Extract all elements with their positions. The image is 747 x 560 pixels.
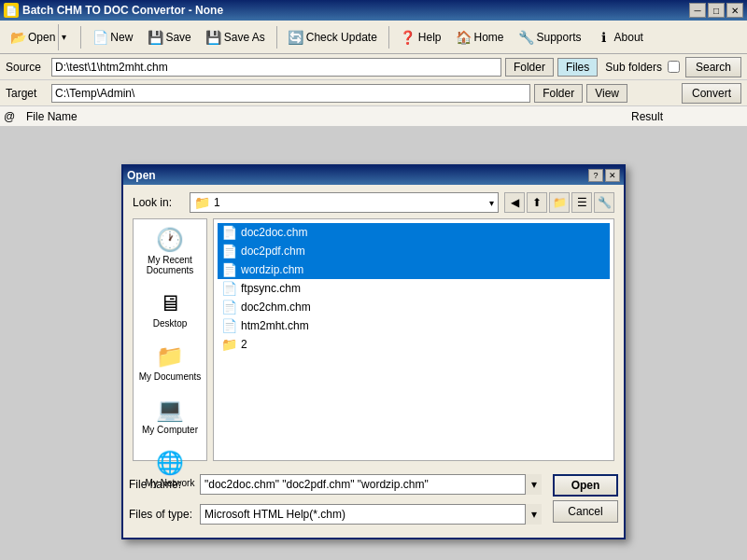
col-at: @ [4, 110, 26, 123]
home-label: Home [474, 31, 504, 44]
left-item-desktop[interactable]: 🖥 Desktop [136, 287, 204, 332]
desktop-icon: 🖥 [159, 290, 181, 316]
help-button[interactable]: ❓ Help [394, 24, 448, 50]
bottom-row: File name: ▾ Files of type: ▾ [129, 474, 618, 530]
folder-item-2[interactable]: 📁 2 [218, 335, 610, 354]
check-update-button[interactable]: 🔄 Check Update [282, 24, 384, 50]
toolbar: 📂 Open ▾ 📄 New 💾 Save 💾 Save As 🔄 Check … [0, 21, 747, 54]
nav-tools-button[interactable]: 🔧 [594, 192, 614, 213]
left-panel: 🕐 My Recent Documents 🖥 Desktop 📁 My Doc… [133, 218, 207, 461]
left-item-recent[interactable]: 🕐 My Recent Documents [136, 223, 204, 279]
home-icon: 🏠 [457, 30, 472, 45]
file-item-ftpsync[interactable]: 📄 ftpsync.chm [218, 279, 610, 298]
file-name-1: doc2doc.chm [241, 226, 307, 239]
right-panel[interactable]: 📄 doc2doc.chm 📄 doc2pdf.chm 📄 wordzip.ch… [213, 218, 614, 461]
maximize-button[interactable]: □ [708, 3, 725, 18]
file-item-doc2chm[interactable]: 📄 doc2chm.chm [218, 298, 610, 316]
file-item-htm2mht[interactable]: 📄 htm2mht.chm [218, 316, 610, 335]
sep3 [388, 26, 389, 49]
open-button[interactable]: 📂 Open ▾ [4, 24, 76, 50]
save-icon: 💾 [148, 30, 162, 45]
left-item-documents[interactable]: 📁 My Documents [136, 340, 204, 385]
dialog-titlebar: Open ? ✕ [123, 166, 624, 185]
save-as-button[interactable]: 💾 Save As [200, 24, 272, 50]
filetype-dropdown-btn[interactable]: ▾ [525, 504, 542, 525]
help-icon: ❓ [401, 30, 416, 45]
dialog-action-buttons: Open Cancel [553, 474, 618, 523]
new-label: New [110, 31, 133, 44]
filename-input[interactable] [200, 474, 542, 495]
dialog-close-button[interactable]: ✕ [605, 169, 620, 182]
about-label: About [614, 31, 643, 44]
dialog-help-button[interactable]: ? [588, 169, 603, 182]
dialog-open-button[interactable]: Open [553, 474, 618, 497]
about-icon: ℹ [597, 30, 612, 45]
nav-up-button[interactable]: ⬆ [527, 192, 547, 213]
source-files-button[interactable]: Files [557, 58, 598, 77]
close-button[interactable]: ✕ [726, 3, 743, 18]
file-browser: 🕐 My Recent Documents 🖥 Desktop 📁 My Doc… [133, 218, 614, 461]
lookin-row: Look in: 📁 1 ▾ ◀ ⬆ 📁 ☰ 🔧 [133, 192, 614, 213]
open-dropdown-arrow[interactable]: ▾ [58, 24, 69, 50]
network-icon: 🌐 [156, 450, 184, 476]
target-label: Target [6, 87, 48, 100]
dialog-body: Look in: 📁 1 ▾ ◀ ⬆ 📁 ☰ 🔧 [123, 185, 624, 474]
file-item-wordzip[interactable]: 📄 wordzip.chm [218, 260, 610, 279]
lookin-value: 1 [214, 196, 489, 209]
lookin-dropdown-arrow[interactable]: ▾ [489, 198, 494, 208]
chm-icon-1: 📄 [221, 225, 237, 240]
folder-icon-2: 📁 [221, 337, 237, 352]
supports-button[interactable]: 🔧 Supports [513, 24, 588, 50]
col-filename: File Name [26, 110, 631, 123]
filetype-row: Files of type: ▾ [129, 504, 542, 525]
chm-icon-4: 📄 [221, 281, 237, 296]
filetype-input[interactable] [200, 504, 542, 525]
sep1 [80, 26, 81, 49]
file-item-doc2doc[interactable]: 📄 doc2doc.chm [218, 223, 610, 242]
filename-label: File name: [129, 478, 194, 491]
computer-label: My Computer [137, 425, 203, 435]
documents-label: My Documents [137, 371, 203, 382]
documents-icon: 📁 [156, 343, 184, 370]
file-name-6: htm2mht.chm [241, 319, 309, 332]
chm-icon-6: 📄 [221, 318, 237, 333]
file-item-doc2pdf[interactable]: 📄 doc2pdf.chm [218, 242, 610, 260]
app-icon: 📄 [4, 3, 19, 18]
dialog-title: Open [127, 169, 156, 182]
open-dialog: Open ? ✕ Look in: 📁 1 ▾ ◀ [121, 164, 626, 539]
home-button[interactable]: 🏠 Home [450, 24, 511, 50]
open-icon: 📂 [10, 30, 25, 45]
minimize-button[interactable]: ─ [689, 3, 706, 18]
open-label: Open [28, 31, 55, 44]
help-label: Help [418, 31, 442, 44]
col-result: Result [631, 110, 743, 123]
filetype-label: Files of type: [129, 508, 194, 521]
dialog-cancel-button[interactable]: Cancel [553, 500, 618, 523]
source-folder-button[interactable]: Folder [505, 58, 554, 77]
new-button[interactable]: 📄 New [86, 24, 139, 50]
search-button[interactable]: Search [685, 57, 741, 77]
target-folder-button[interactable]: Folder [534, 84, 583, 103]
recent-icon: 🕐 [156, 227, 184, 253]
chm-icon-5: 📄 [221, 300, 237, 315]
source-input[interactable] [51, 58, 501, 77]
subfolder-checkbox[interactable] [668, 61, 680, 73]
supports-label: Supports [537, 31, 582, 44]
recent-label: My Recent Documents [137, 255, 203, 275]
lookin-label: Look in: [133, 196, 184, 209]
file-name-5: doc2chm.chm [241, 301, 311, 314]
save-button[interactable]: 💾 Save [141, 24, 197, 50]
left-item-computer[interactable]: 💻 My Computer [136, 393, 204, 439]
lookin-folder-icon: 📁 [194, 195, 210, 210]
filetype-wrapper: ▾ [200, 504, 542, 525]
convert-button[interactable]: Convert [682, 83, 741, 104]
bottom-fields: File name: ▾ Files of type: ▾ [129, 474, 542, 530]
filename-dropdown-btn[interactable]: ▾ [525, 474, 542, 495]
nav-view-button[interactable]: ☰ [571, 192, 592, 213]
target-view-button[interactable]: View [586, 84, 627, 103]
supports-icon: 🔧 [519, 30, 534, 45]
nav-new-folder-button[interactable]: 📁 [549, 192, 570, 213]
target-input[interactable] [51, 84, 530, 103]
nav-back-button[interactable]: ◀ [504, 192, 525, 213]
about-button[interactable]: ℹ About [590, 24, 650, 50]
